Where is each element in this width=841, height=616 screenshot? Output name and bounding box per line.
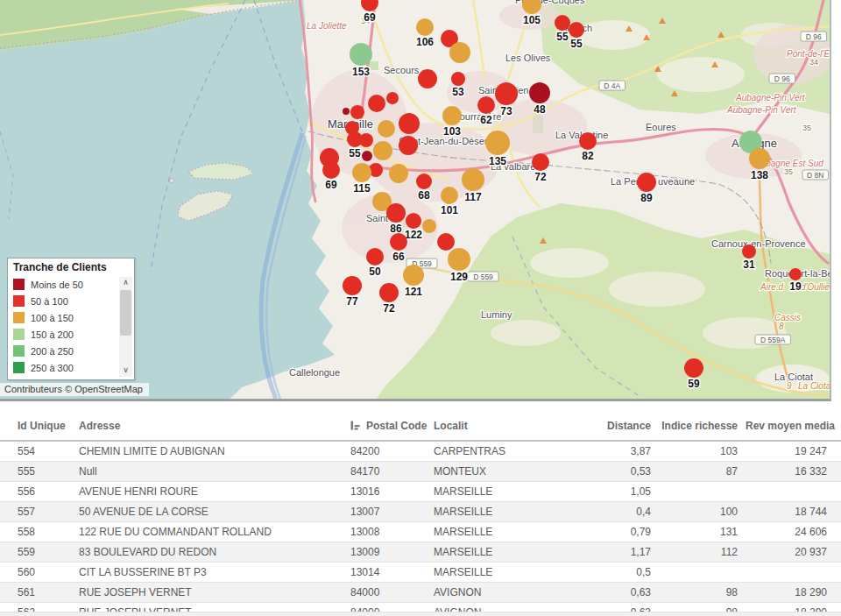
table-row[interactable]: 556AVENUE HENRI ROURE13016MARSEILLE1,05: [0, 482, 841, 502]
map-bubble[interactable]: [379, 283, 399, 302]
cell-distance: 3,87: [569, 441, 654, 462]
map-bubble[interactable]: [789, 268, 802, 280]
map-bubble[interactable]: [368, 95, 385, 112]
map-bubble[interactable]: [366, 248, 384, 266]
map-bubble[interactable]: [403, 265, 424, 286]
map-bubble[interactable]: [555, 15, 570, 31]
scroll-up-arrow[interactable]: ∧: [119, 277, 132, 289]
map-bubble-label: 19: [789, 280, 802, 293]
table-row[interactable]: 555Null84170MONTEUX0,538716 332: [0, 462, 841, 482]
table-row[interactable]: 55983 BOULEVARD DU REDON13009MARSEILLE1,…: [0, 542, 841, 563]
cell-indice-richesse: 98: [654, 583, 741, 603]
legend-item[interactable]: Moins de 50: [13, 276, 117, 293]
map-bubble[interactable]: [322, 161, 340, 179]
column-header-id-unique[interactable]: Id Unique: [0, 414, 74, 441]
map-place-label: 35: [784, 167, 793, 176]
map-bubble[interactable]: [451, 72, 465, 86]
data-table-panel: Id Unique Adresse Postal Code Localit Di…: [0, 414, 841, 616]
map-bubble[interactable]: [684, 358, 703, 378]
map-bubble[interactable]: [485, 131, 510, 155]
map-bubble[interactable]: [399, 113, 420, 134]
cell-id-unique: 561: [0, 583, 74, 603]
map-bubble[interactable]: [437, 233, 455, 251]
map-place-label: La Joliette: [307, 21, 347, 31]
cell-postal-code: 13008: [346, 522, 429, 542]
map-bubble[interactable]: [442, 106, 462, 125]
map-bubble[interactable]: [386, 92, 399, 104]
map-bubble[interactable]: [742, 244, 756, 258]
legend-scrollbar[interactable]: ∧ ∨: [119, 277, 132, 377]
svg-text:D 559A: D 559A: [760, 336, 786, 344]
map-bubble-label: 59: [688, 378, 700, 390]
legend-item[interactable]: 50 à 100: [13, 293, 117, 309]
map-bubble[interactable]: [529, 82, 550, 103]
table-row[interactable]: 554CHEMIN LIMITE D AUBIGNAN84200CARPENTR…: [0, 441, 841, 462]
cell-rev-moyen-media: 18 744: [741, 502, 841, 522]
map-bubble[interactable]: [637, 173, 656, 192]
column-header-distance[interactable]: Distance: [569, 414, 654, 441]
map-place-label: d'Oullier: [801, 282, 830, 292]
cell-id-unique: 558: [0, 522, 74, 542]
map-bubble[interactable]: [579, 132, 597, 150]
map-bubble[interactable]: [390, 233, 407, 251]
map-bubble[interactable]: [462, 168, 484, 191]
table-row[interactable]: 560CIT LA BUSSERINE BT P313014MARSEILLE0…: [0, 563, 841, 583]
map-bubble-label: 101: [441, 204, 458, 216]
legend-item[interactable]: 200 à 250: [13, 343, 117, 359]
map-bubble[interactable]: [449, 42, 470, 63]
map-bubble[interactable]: [441, 187, 458, 204]
map-bubble[interactable]: [406, 213, 421, 229]
map-place-label: Callelongue: [289, 367, 340, 378]
cell-localit: MONTEUX: [429, 462, 569, 482]
map-panel[interactable]: La JolietteSecoursPlan-de-CuquesAllauchL…: [0, 0, 831, 401]
map-bubble[interactable]: [495, 82, 518, 105]
map-bubble[interactable]: [373, 141, 392, 160]
map-bubble[interactable]: [343, 276, 362, 295]
legend-item[interactable]: 250 à 300: [13, 359, 117, 376]
column-header-localit[interactable]: Localit: [429, 414, 569, 441]
legend-swatch: [13, 312, 25, 323]
sort-icon[interactable]: [350, 421, 360, 433]
map-bubble[interactable]: [477, 96, 495, 114]
legend-item[interactable]: 100 à 150: [13, 309, 117, 326]
svg-text:D 96: D 96: [806, 32, 822, 41]
cell-indice-richesse: 103: [654, 441, 741, 462]
map-bubble[interactable]: [532, 153, 549, 171]
map-place-label: Aubagne-Pin Vert: [735, 93, 806, 103]
map-place-label: Carnoux-en-Provence: [711, 238, 806, 249]
map-bubble[interactable]: [362, 151, 372, 161]
map-bubble[interactable]: [416, 18, 434, 36]
map-bubble[interactable]: [350, 43, 372, 66]
column-header-rev-moyen-media[interactable]: Rev moyen media: [741, 414, 841, 441]
map-bubble[interactable]: [389, 164, 408, 183]
map-bubble-label: 121: [405, 286, 422, 298]
legend-item[interactable]: 150 à 200: [13, 326, 117, 343]
map-bubble[interactable]: [749, 148, 770, 169]
map-bubble[interactable]: [422, 219, 436, 233]
map-bubble[interactable]: [416, 173, 432, 189]
map-bubble[interactable]: [343, 108, 350, 115]
map-bubble[interactable]: [418, 69, 437, 89]
map-bubble[interactable]: [378, 120, 395, 138]
map-bubble[interactable]: [350, 105, 364, 119]
scrollbar-thumb[interactable]: [120, 290, 131, 336]
column-header-postal-code[interactable]: Postal Code: [346, 414, 429, 441]
map-bubble[interactable]: [448, 248, 470, 271]
scroll-down-arrow[interactable]: ∨: [119, 365, 132, 377]
table-row[interactable]: 55750 AVENUE DE LA CORSE13007MARSEILLE0,…: [0, 502, 841, 522]
cell-distance: 0,4: [569, 502, 654, 522]
column-header-indice-richesse[interactable]: Indice richesse: [654, 414, 741, 441]
map-place-label: uveaune: [658, 176, 695, 187]
svg-text:D 4A: D 4A: [604, 81, 620, 90]
map-bubble[interactable]: [347, 131, 363, 147]
map-bubble[interactable]: [352, 163, 371, 182]
table-row[interactable]: 561RUE JOSEPH VERNET84000AVIGNON0,639818…: [0, 583, 841, 603]
map-bubble[interactable]: [399, 136, 418, 155]
column-header-adresse[interactable]: Adresse: [74, 414, 346, 441]
cell-id-unique: 555: [0, 462, 74, 482]
legend-item-label: 50 à 100: [31, 296, 68, 307]
table-row[interactable]: 558122 RUE DU COMMANDANT ROLLAND13008MAR…: [0, 522, 841, 542]
map-attribution[interactable]: Contributeurs © OpenStreetMap: [0, 383, 149, 396]
map-bubble[interactable]: [569, 22, 584, 38]
map-bubble[interactable]: [386, 203, 406, 223]
